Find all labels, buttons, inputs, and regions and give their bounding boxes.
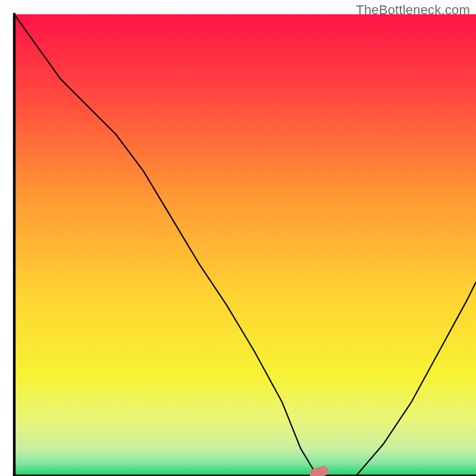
chart-plot-area: [0, 0, 476, 476]
gradient-background: [14, 14, 476, 476]
bottleneck-chart: TheBottleneck.com: [0, 0, 476, 476]
watermark-text: TheBottleneck.com: [356, 2, 470, 18]
